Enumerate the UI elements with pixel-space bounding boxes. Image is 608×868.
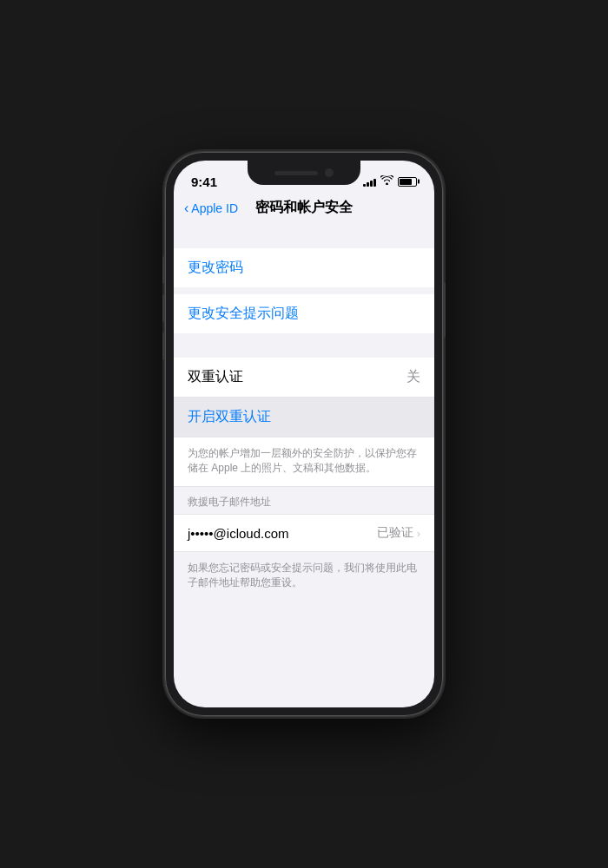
two-factor-section: 双重认证 关 开启双重认证 为您的帐户增加一层额外的安全防护，以保护您存储在 A… xyxy=(174,358,434,487)
battery-icon xyxy=(398,177,417,187)
rescue-email-cell[interactable]: j•••••@icloud.com 已验证 › xyxy=(174,514,434,552)
section-gap-2 xyxy=(174,287,434,294)
enable-two-factor-cell[interactable]: 开启双重认证 xyxy=(174,398,434,437)
change-password-label: 更改密码 xyxy=(188,259,243,277)
status-time: 9:41 xyxy=(191,174,217,189)
verified-label: 已验证 xyxy=(377,525,413,541)
notch xyxy=(248,161,360,185)
screen: 9:41 xyxy=(174,161,434,707)
verified-badge: 已验证 › xyxy=(377,525,420,541)
change-password-cell[interactable]: 更改密码 xyxy=(174,248,434,287)
section-gap-3 xyxy=(174,333,434,358)
back-label: Apple ID xyxy=(191,201,238,215)
email-chevron-icon: › xyxy=(417,527,420,540)
nav-bar: ‹ Apple ID 密码和帐户安全 xyxy=(174,195,434,224)
two-factor-value: 关 xyxy=(406,368,420,386)
status-icons xyxy=(363,175,417,187)
two-factor-header: 双重认证 关 xyxy=(174,358,434,398)
two-factor-label: 双重认证 xyxy=(188,368,243,386)
rescue-email-footer: 如果您忘记密码或安全提示问题，我们将使用此电子邮件地址帮助您重设。 xyxy=(174,552,434,601)
rescue-email-header: 救援电子邮件地址 xyxy=(174,487,434,515)
security-questions-label: 更改安全提示问题 xyxy=(188,305,299,323)
camera xyxy=(325,168,334,177)
phone-frame: 9:41 xyxy=(165,152,443,716)
section-gap-1 xyxy=(174,224,434,248)
wifi-icon xyxy=(380,175,393,187)
two-factor-description: 为您的帐户增加一层额外的安全防护，以保护您存储在 Apple 上的照片、文稿和其… xyxy=(174,437,434,487)
back-chevron-icon: ‹ xyxy=(184,201,188,216)
speaker xyxy=(274,171,318,175)
rescue-email-address: j•••••@icloud.com xyxy=(188,526,289,541)
change-password-section: 更改密码 xyxy=(174,248,434,287)
back-button[interactable]: ‹ Apple ID xyxy=(184,201,238,216)
security-questions-cell[interactable]: 更改安全提示问题 xyxy=(174,294,434,333)
enable-two-factor-label: 开启双重认证 xyxy=(188,408,271,426)
signal-icon xyxy=(363,177,376,187)
page-title: 密码和帐户安全 xyxy=(255,199,353,217)
security-questions-section: 更改安全提示问题 xyxy=(174,294,434,333)
settings-content: 更改密码 更改安全提示问题 双重认证 关 xyxy=(174,224,434,707)
